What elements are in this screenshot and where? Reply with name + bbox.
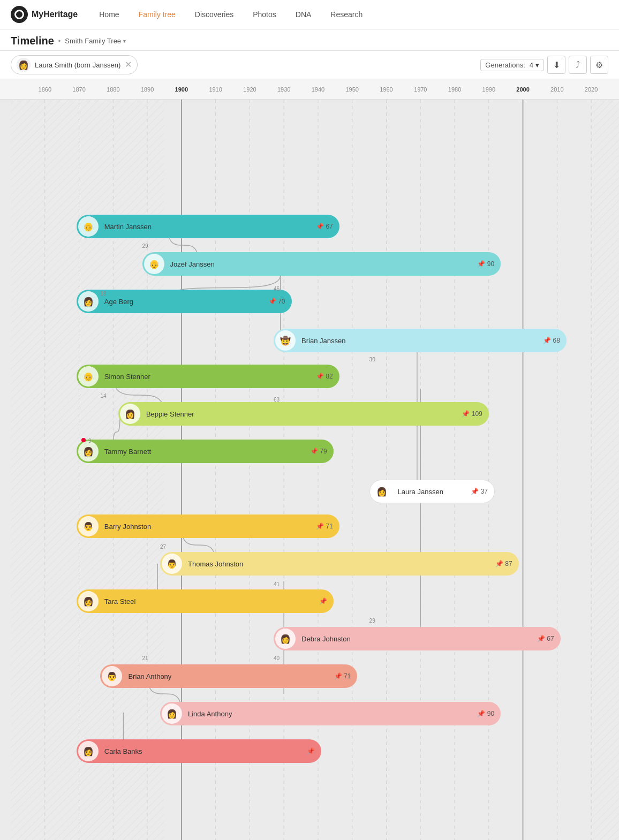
person-search-box[interactable]: 👩 Laura Smith (born Janssen) ✕	[11, 55, 138, 74]
year-label-2000: 2000	[516, 86, 529, 93]
person-avatar-tammy: 👩	[78, 441, 99, 461]
year-label-1900: 1900	[175, 86, 188, 93]
generations-dropdown[interactable]: Generations: 4 ▾	[480, 59, 544, 71]
person-name-linda: Linda Anthony	[184, 710, 477, 718]
year-label-1970: 1970	[414, 86, 427, 93]
person-bar-linda[interactable]: 👩Linda Anthony📌 90	[160, 702, 501, 725]
connector-label-0: 29	[142, 243, 148, 249]
svg-rect-18	[11, 100, 164, 840]
person-age-brian_a: 📌 71	[334, 672, 351, 680]
chart-area: 👴Martin Janssen📌 67👴Jozef Janssen📌 90👩Ag…	[0, 100, 619, 840]
year-label-1960: 1960	[380, 86, 392, 93]
person-age-thomas: 📌 87	[495, 560, 512, 567]
person-age-martin: 📌 67	[316, 223, 333, 230]
person-avatar-laura_j: 👩	[372, 481, 392, 502]
settings-button[interactable]: ⚙	[590, 56, 608, 74]
person-avatar-beppie: 👩	[120, 404, 140, 424]
person-bar-beppie[interactable]: 👩Beppie Stenner📌 109	[118, 402, 489, 426]
person-age-simon: 📌 82	[316, 373, 333, 380]
person-bar-age[interactable]: 👩Age Berg📌 70	[77, 290, 292, 313]
person-bar-tara[interactable]: 👩Tara Steel📌	[77, 589, 334, 613]
person-name-jozef: Jozef Janssen	[166, 260, 478, 268]
chevron-down-icon: ▾	[123, 38, 126, 44]
person-bar-martin[interactable]: 👴Martin Janssen📌 67	[77, 215, 339, 238]
toolbar: 👩 Laura Smith (born Janssen) ✕ Generatio…	[0, 51, 619, 79]
person-avatar-debra: 👩	[275, 629, 296, 649]
connector-label-11: 40	[274, 655, 280, 661]
connector-label-8: 41	[274, 581, 280, 587]
person-name-laura_j: Laura Janssen	[394, 488, 471, 496]
person-age-beppie: 📌 109	[462, 410, 482, 418]
person-name-martin: Martin Janssen	[100, 223, 316, 231]
nav-links: Home Family tree Discoveries Photos DNA …	[99, 10, 608, 19]
person-age-jozef: 📌 90	[477, 260, 494, 268]
person-avatar-barry: 👨	[78, 516, 99, 536]
person-bar-simon[interactable]: 👴Simon Stenner📌 82	[77, 365, 339, 388]
tree-name-link[interactable]: Smith Family Tree ▾	[65, 37, 126, 45]
person-avatar-tara: 👩	[78, 591, 99, 611]
generations-label: Generations:	[485, 61, 525, 69]
nav-dna[interactable]: DNA	[296, 10, 312, 19]
person-age-linda: 📌 90	[477, 710, 494, 717]
connector-label-4: 14	[100, 393, 106, 399]
person-avatar-brian_a: 👨	[102, 666, 122, 686]
person-avatar-age: 👩	[78, 291, 99, 312]
generations-value: 4	[530, 61, 533, 69]
connector-label-9: 29	[369, 618, 375, 624]
year-label-1990: 1990	[482, 86, 495, 93]
person-bar-laura_j[interactable]: 👩Laura Janssen📌 37	[369, 480, 495, 503]
person-bar-jozef[interactable]: 👴Jozef Janssen📌 90	[142, 252, 501, 276]
nav-research[interactable]: Research	[330, 10, 363, 19]
svg-rect-19	[591, 100, 619, 840]
share-button[interactable]: ⤴	[569, 56, 587, 74]
connector-label-2: 46	[274, 286, 280, 292]
download-button[interactable]: ⬇	[547, 56, 565, 74]
year-label-2020: 2020	[585, 86, 598, 93]
person-name-beppie: Beppie Stenner	[142, 410, 462, 418]
person-name-barry: Barry Johnston	[100, 523, 316, 531]
person-avatar-brian_j: 🤠	[275, 330, 296, 351]
search-text: Laura Smith (born Janssen)	[35, 61, 120, 69]
connector-label-5: 63	[274, 397, 280, 403]
person-bar-barry[interactable]: 👨Barry Johnston📌 71	[77, 514, 339, 538]
person-name-simon: Simon Stenner	[100, 373, 316, 381]
logo[interactable]: MyHeritage	[11, 6, 78, 23]
nav-photos[interactable]: Photos	[253, 10, 276, 19]
breadcrumb: Timeline • Smith Family Tree ▾	[11, 35, 608, 50]
person-bar-debra[interactable]: 👩Debra Johnston📌 67	[274, 627, 561, 650]
year-label-1890: 1890	[141, 86, 154, 93]
person-name-thomas: Thomas Johnston	[184, 560, 495, 568]
person-age-debra: 📌 67	[537, 635, 554, 642]
page-title: Timeline	[11, 35, 54, 47]
year-label-1930: 1930	[277, 86, 290, 93]
person-avatar-carla: 👩	[78, 741, 99, 761]
year-label-2010: 2010	[550, 86, 563, 93]
person-avatar-thomas: 👨	[162, 554, 182, 574]
person-name-brian_j: Brian Janssen	[297, 337, 543, 345]
year-label-1880: 1880	[107, 86, 119, 93]
person-age-brian_j: 📌 68	[543, 337, 560, 344]
search-clear-button[interactable]: ✕	[125, 60, 132, 69]
person-name-carla: Carla Banks	[100, 747, 307, 755]
person-avatar-simon: 👴	[78, 366, 99, 387]
person-name-tammy: Tammy Barnett	[100, 448, 310, 456]
person-age-tammy: 📌 79	[310, 448, 327, 455]
person-bar-brian_j[interactable]: 🤠Brian Janssen📌 68	[274, 329, 567, 352]
avatar-img: 👩	[17, 58, 31, 72]
person-bar-brian_a[interactable]: 👨Brian Anthony📌 71	[100, 664, 357, 688]
nav-discoveries[interactable]: Discoveries	[195, 10, 233, 19]
connector-label-10: 21	[142, 655, 148, 661]
breadcrumb-sep: •	[58, 37, 61, 45]
person-name-brian_a: Brian Anthony	[124, 672, 334, 680]
year-label-1980: 1980	[448, 86, 461, 93]
person-age-carla: 📌	[307, 747, 315, 755]
nav-home[interactable]: Home	[99, 10, 119, 19]
person-bar-carla[interactable]: 👩Carla Banks📌	[77, 739, 322, 763]
nav-family-tree[interactable]: Family tree	[139, 10, 176, 19]
year-label-1910: 1910	[209, 86, 222, 93]
person-bar-tammy[interactable]: 👩Tammy Barnett📌 79	[77, 440, 334, 463]
toolbar-right: Generations: 4 ▾ ⬇ ⤴ ⚙	[480, 56, 608, 74]
person-bar-thomas[interactable]: 👨Thomas Johnston📌 87	[160, 552, 519, 576]
person-age-age: 📌 70	[268, 298, 285, 305]
year-label-1920: 1920	[243, 86, 256, 93]
